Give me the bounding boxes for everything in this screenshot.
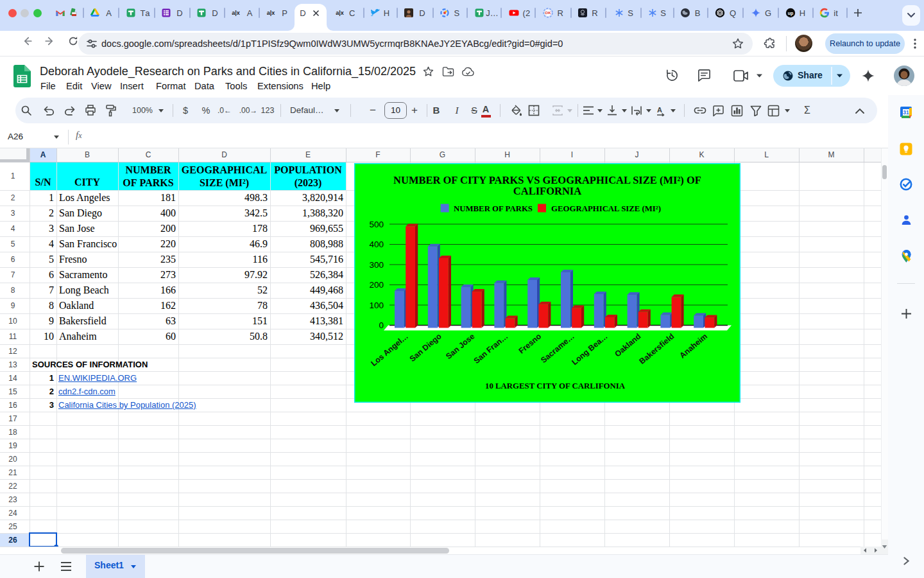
svg-text:OK: OK (545, 10, 551, 15)
svg-text:31: 31 (903, 109, 909, 116)
svg-text:NUMBER OF PARKS: NUMBER OF PARKS (454, 204, 533, 213)
svg-text:0: 0 (379, 320, 384, 330)
svg-text:up: up (788, 11, 794, 16)
svg-text:CALIFORNIA: CALIFORNIA (513, 185, 581, 197)
svg-text:10 LARGEST CITY OF CARLIFONIA: 10 LARGEST CITY OF CARLIFONIA (485, 381, 626, 390)
svg-text:200: 200 (369, 280, 384, 290)
svg-text:500: 500 (369, 220, 384, 229)
svg-text:100: 100 (369, 301, 384, 310)
svg-text:300: 300 (369, 260, 384, 270)
svg-text:400: 400 (369, 240, 384, 249)
svg-text:A: A (657, 106, 662, 114)
svg-text:GEOGRAPHICAL SIZE (MI²): GEOGRAPHICAL SIZE (MI²) (551, 204, 661, 213)
